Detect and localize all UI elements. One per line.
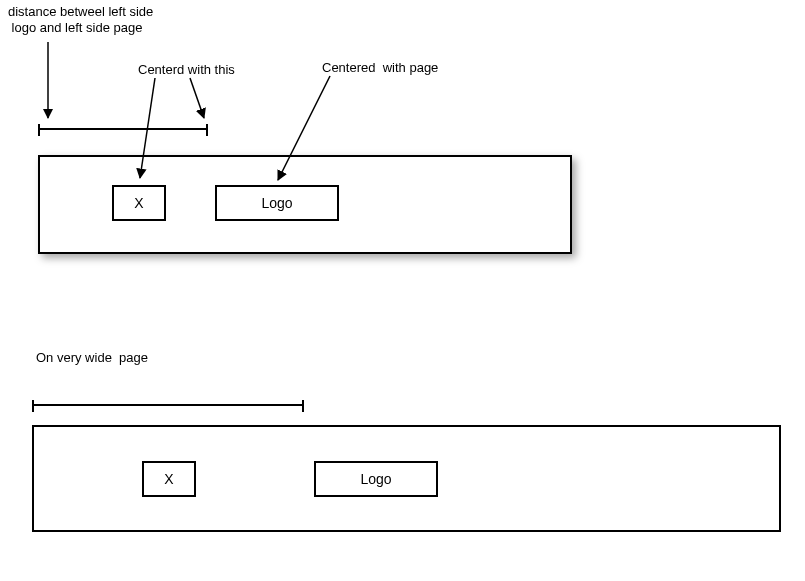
dimension-bar-top [38, 128, 208, 130]
left-gap-annotation: distance betweel left side logo and left… [8, 4, 153, 37]
x-box-narrow-label: X [134, 195, 143, 211]
logo-box-wide: Logo [314, 461, 438, 497]
x-box-wide: X [142, 461, 196, 497]
wide-page-caption: On very wide page [36, 350, 148, 366]
arrow-centered-with [190, 78, 204, 118]
logo-box-wide-label: Logo [360, 471, 391, 487]
x-box-narrow: X [112, 185, 166, 221]
page-narrow: X Logo [38, 155, 572, 254]
logo-box-narrow-label: Logo [261, 195, 292, 211]
x-box-wide-label: X [164, 471, 173, 487]
logo-box-narrow: Logo [215, 185, 339, 221]
page-wide: X Logo [32, 425, 781, 532]
centered-page-annotation: Centered with page [322, 60, 438, 76]
dimension-bar-wide [32, 404, 304, 406]
centered-with-annotation: Centerd with this [138, 62, 235, 78]
